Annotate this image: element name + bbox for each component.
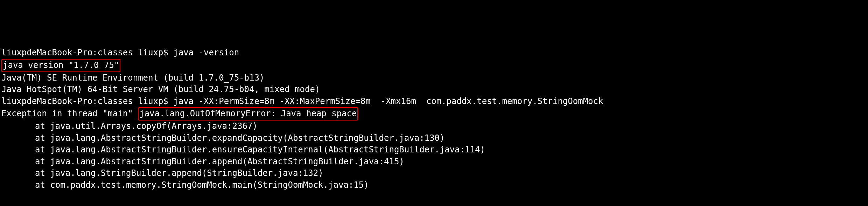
terminal-line-hotspot: Java HotSpot(TM) 64-Bit Server VM (build… <box>1 84 867 96</box>
terminal-line-version: java version "1.7.0_75" <box>1 59 867 72</box>
highlight-error: java.lang.OutOfMemoryError: Java heap sp… <box>138 107 358 121</box>
stacktrace-line: at com.paddx.test.memory.StringOomMock.m… <box>1 179 867 191</box>
terminal-line-exception: Exception in thread "main" java.lang.Out… <box>1 107 867 121</box>
stacktrace-line: at java.lang.AbstractStringBuilder.expan… <box>1 132 867 144</box>
terminal-line-runtime: Java(TM) SE Runtime Environment (build 1… <box>1 72 867 84</box>
stacktrace-line: at java.lang.AbstractStringBuilder.appen… <box>1 156 867 168</box>
stacktrace-line: at java.lang.StringBuilder.append(String… <box>1 167 867 179</box>
terminal-line-command: liuxpdeMacBook-Pro:classes liuxp$ java -… <box>1 47 867 59</box>
exception-prefix: Exception in thread "main" <box>1 109 138 118</box>
highlight-java-version: java version "1.7.0_75" <box>1 59 120 72</box>
stacktrace-line: at java.lang.AbstractStringBuilder.ensur… <box>1 144 867 156</box>
terminal-window[interactable]: liuxpdeMacBook-Pro:classes liuxp$ java -… <box>0 47 868 191</box>
terminal-line-command2: liuxpdeMacBook-Pro:classes liuxp$ java -… <box>1 96 867 108</box>
stacktrace-line: at java.util.Arrays.copyOf(Arrays.java:2… <box>1 121 867 132</box>
